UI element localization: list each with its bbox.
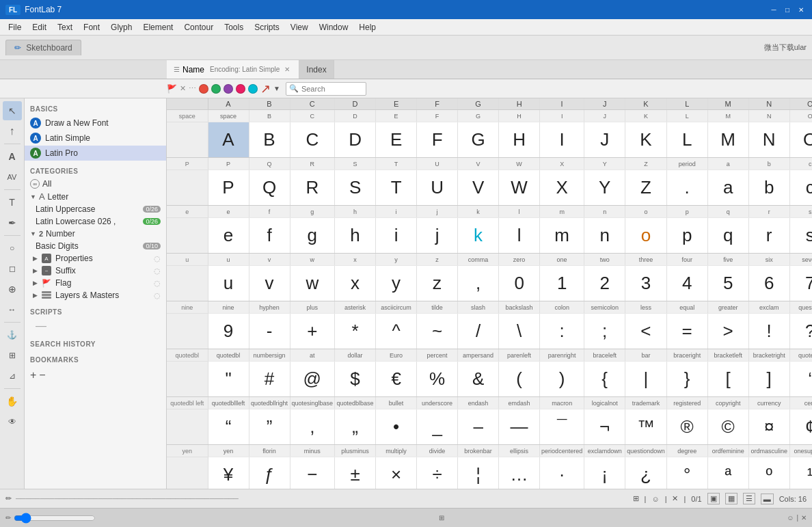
glyph-char-cell-2-0[interactable]: e — [208, 218, 249, 254]
glyph-char-cell-1-12[interactable]: a — [707, 170, 748, 206]
glyph-char-cell-5-12[interactable]: [ — [707, 362, 748, 397]
tool-zoom[interactable]: ⊕ — [3, 280, 22, 299]
glyph-char-cell-4-13[interactable]: ! — [748, 314, 789, 349]
glyph-char-cell-6-10[interactable]: ™ — [625, 409, 667, 445]
category-all[interactable]: ∞ All — [25, 178, 166, 190]
glyph-char-cell-5-2[interactable]: @ — [290, 362, 335, 397]
glyph-char-cell-6-5[interactable]: _ — [417, 409, 458, 445]
glyph-char-cell-2-13[interactable]: r — [748, 218, 789, 254]
tool-text[interactable]: A — [3, 147, 22, 166]
search-input[interactable] — [301, 85, 363, 93]
glyph-char-cell-4-9[interactable]: ; — [584, 314, 625, 349]
menu-font[interactable]: Font — [78, 21, 105, 33]
glyph-char-cell-0-8[interactable]: I — [540, 122, 584, 158]
glyph-char-cell-1-2[interactable]: R — [290, 170, 335, 206]
view-grid-icon[interactable]: ▦ — [725, 493, 737, 504]
tool-pen[interactable]: ✒ — [3, 213, 22, 232]
tool-eraser[interactable]: ◻ — [3, 259, 22, 278]
glyph-char-cell-2-10[interactable]: o — [625, 218, 667, 254]
glyph-char-cell-4-2[interactable]: + — [290, 314, 335, 349]
glyph-char-cell-3-13[interactable]: 6 — [748, 266, 789, 301]
glyph-char-cell-0-5[interactable]: F — [417, 122, 458, 158]
dropdown-arrow-icon[interactable]: ▼ — [273, 85, 280, 92]
color-dot-green[interactable] — [211, 84, 221, 94]
glyph-char-cell-4-5[interactable]: ~ — [417, 314, 458, 349]
glyph-char-cell-3-2[interactable]: w — [290, 266, 335, 301]
glyph-char-cell-1-9[interactable]: Y — [584, 170, 625, 206]
glyph-char-cell-1-10[interactable]: Z — [625, 170, 667, 206]
menu-text[interactable]: Text — [52, 21, 78, 33]
glyph-char-cell-2-7[interactable]: l — [499, 218, 540, 254]
glyph-char-cell-3-0[interactable]: u — [208, 266, 249, 301]
glyph-char-cell-7-4[interactable]: × — [376, 457, 417, 489]
tab-index[interactable]: Index — [299, 60, 334, 79]
glyph-char-cell-3-6[interactable]: , — [458, 266, 499, 301]
glyph-char-cell-3-8[interactable]: 1 — [540, 266, 584, 301]
glyph-char-cell-5-13[interactable]: ] — [748, 362, 789, 397]
glyph-char-cell-4-3[interactable]: * — [335, 314, 376, 349]
color-arrow-icon[interactable]: ↗ — [260, 81, 271, 96]
glyph-char-cell-6-8[interactable]: ¯ — [540, 409, 584, 445]
glyph-char-cell-7-7[interactable]: … — [499, 457, 540, 489]
glyph-char-cell-6-14[interactable]: ¢ — [789, 409, 812, 445]
glyph-char-cell-2-14[interactable]: s — [789, 218, 812, 254]
glyph-char-cell-7-8[interactable]: · — [540, 457, 584, 489]
glyph-char-cell-1-14[interactable]: c — [789, 170, 812, 206]
glyph-char-cell-4-11[interactable]: = — [666, 314, 707, 349]
glyph-char-cell-1-6[interactable]: V — [458, 170, 499, 206]
glyph-char-cell-2-5[interactable]: j — [417, 218, 458, 254]
glyph-char-cell-2-1[interactable]: f — [249, 218, 290, 254]
glyph-char-cell-3-3[interactable]: x — [335, 266, 376, 301]
glyph-char-cell-4-8[interactable]: : — [540, 314, 584, 349]
color-dot-purple[interactable] — [224, 84, 233, 94]
glyph-char-cell-3-1[interactable]: v — [249, 266, 290, 301]
glyph-char-cell-5-5[interactable]: % — [417, 362, 458, 397]
sidebar-add-button[interactable]: + — [30, 369, 36, 381]
sidebar-properties[interactable]: ▶ A Properties ◌ — [25, 252, 166, 265]
view-single-icon[interactable]: ▣ — [707, 493, 720, 504]
glyph-char-cell-6-9[interactable]: ¬ — [584, 409, 625, 445]
glyph-char-cell-3-5[interactable]: z — [417, 266, 458, 301]
glyph-char-cell-6-2[interactable]: ‚ — [290, 409, 335, 445]
glyph-char-cell-1-11[interactable]: . — [666, 170, 707, 206]
glyph-char-cell-5-11[interactable]: } — [666, 362, 707, 397]
tool-av[interactable]: AV — [3, 167, 22, 187]
glyph-char-cell-7-5[interactable]: ÷ — [417, 457, 458, 489]
glyph-char-cell-1-0[interactable]: P — [208, 170, 249, 206]
glyph-char-cell-0-13[interactable]: N — [748, 122, 789, 158]
sketchboard-tab[interactable]: ✏ Sketchboard — [5, 40, 81, 55]
glyph-char-cell-0-4[interactable]: E — [376, 122, 417, 158]
tree-latin-lowercase[interactable]: Latin Lowercase 026 , 0/26 — [25, 215, 166, 228]
menu-window[interactable]: Window — [314, 21, 354, 33]
maximize-button[interactable]: □ — [782, 4, 793, 15]
glyph-char-cell-7-3[interactable]: ± — [335, 457, 376, 489]
flag-icon[interactable]: 🚩 — [167, 84, 177, 94]
menu-file[interactable]: File — [3, 21, 27, 33]
tool-anchor[interactable]: ⚓ — [3, 325, 22, 344]
glyph-char-cell-4-4[interactable]: ^ — [376, 314, 417, 349]
glyph-char-cell-0-3[interactable]: D — [335, 122, 376, 158]
glyph-char-cell-4-6[interactable]: / — [458, 314, 499, 349]
glyph-char-cell-0-12[interactable]: M — [707, 122, 748, 158]
glyph-char-cell-0-1[interactable]: B — [249, 122, 290, 158]
glyph-char-cell-1-4[interactable]: T — [376, 170, 417, 206]
glyph-char-cell-6-4[interactable]: • — [376, 409, 417, 445]
glyph-char-cell-4-7[interactable]: \ — [499, 314, 540, 349]
glyph-char-cell-7-2[interactable]: − — [290, 457, 335, 489]
glyph-char-cell-3-7[interactable]: 0 — [499, 266, 540, 301]
glyph-char-cell-1-1[interactable]: Q — [249, 170, 290, 206]
ellipsis-icon[interactable]: ⋯ — [189, 84, 196, 93]
glyph-char-cell-3-11[interactable]: 4 — [666, 266, 707, 301]
glyph-char-cell-6-11[interactable]: ® — [666, 409, 707, 445]
glyph-char-cell-4-0[interactable]: 9 — [208, 314, 249, 349]
glyph-char-cell-5-4[interactable]: € — [376, 362, 417, 397]
tree-basic-digits[interactable]: Basic Digits 0/10 — [25, 240, 166, 252]
glyph-char-cell-7-13[interactable]: º — [748, 457, 789, 489]
glyph-char-cell-2-11[interactable]: p — [666, 218, 707, 254]
glyph-char-cell-0-6[interactable]: G — [458, 122, 499, 158]
glyph-char-cell-3-14[interactable]: 7 — [789, 266, 812, 301]
glyph-char-cell-6-12[interactable]: © — [707, 409, 748, 445]
glyph-char-cell-5-10[interactable]: | — [625, 362, 667, 397]
glyph-char-cell-5-8[interactable]: ) — [540, 362, 584, 397]
glyph-char-cell-3-12[interactable]: 5 — [707, 266, 748, 301]
